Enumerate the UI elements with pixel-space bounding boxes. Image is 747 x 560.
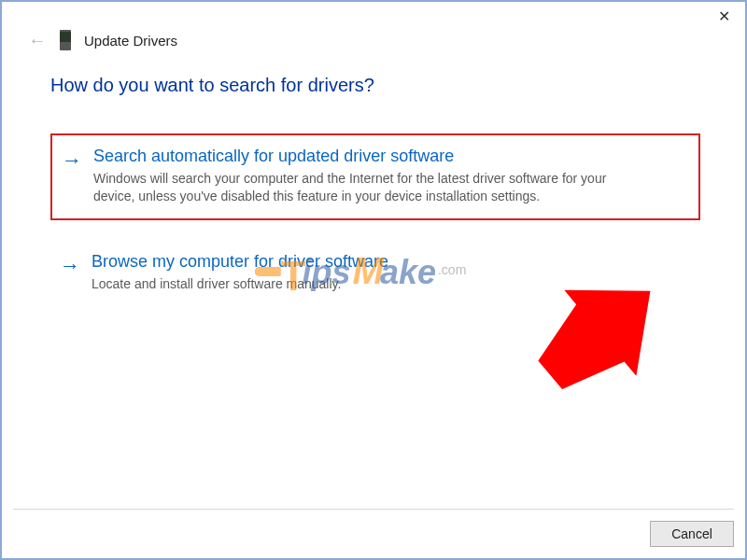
option-title: Search automatically for updated driver … xyxy=(93,147,684,166)
option-browse-computer[interactable]: → Browse my computer for driver software… xyxy=(50,241,700,306)
option-search-automatic[interactable]: → Search automatically for updated drive… xyxy=(50,133,700,220)
page-heading: How do you want to search for drivers? xyxy=(50,75,700,96)
option-body: Browse my computer for driver software L… xyxy=(92,252,685,293)
option-description: Locate and install driver software manua… xyxy=(92,275,614,293)
nav-row: ← Update Drivers xyxy=(2,30,745,50)
arrow-right-icon: → xyxy=(62,148,82,173)
option-title: Browse my computer for driver software xyxy=(92,252,685,272)
footer: Cancel xyxy=(13,509,734,547)
option-body: Search automatically for updated driver … xyxy=(93,147,684,205)
content-area: How do you want to search for drivers? →… xyxy=(2,50,745,306)
back-arrow-icon[interactable]: ← xyxy=(28,31,47,49)
cancel-button[interactable]: Cancel xyxy=(650,521,734,547)
arrow-right-icon: → xyxy=(60,254,80,278)
close-icon[interactable]: ✕ xyxy=(712,7,736,26)
option-description: Windows will search your computer and th… xyxy=(93,170,616,205)
window-title: Update Drivers xyxy=(84,33,177,49)
device-icon xyxy=(60,30,71,50)
